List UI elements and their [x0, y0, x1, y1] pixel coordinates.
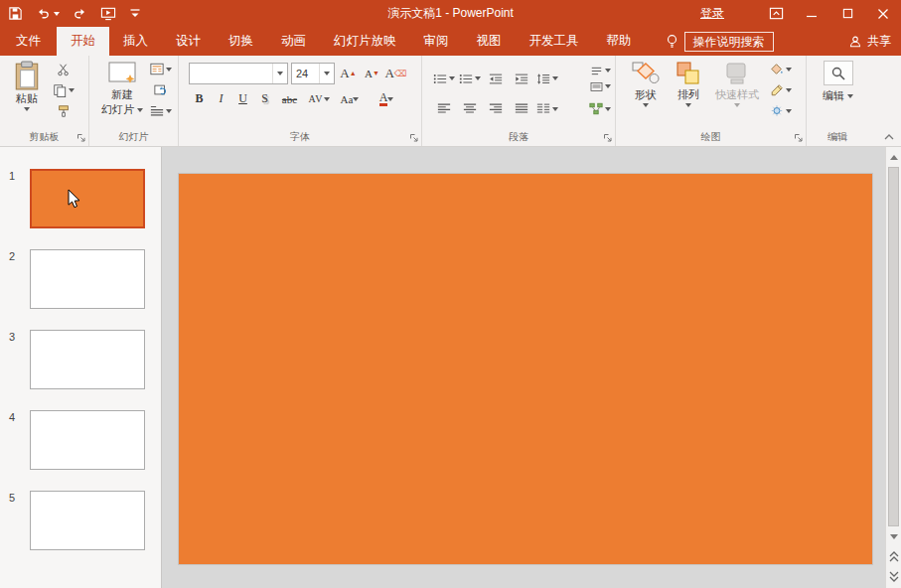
align-right-button[interactable]: [484, 98, 508, 119]
shape-effects-button[interactable]: [769, 100, 793, 121]
new-slide-icon: [107, 61, 137, 86]
next-slide-icon[interactable]: [886, 568, 901, 584]
font-name-combobox[interactable]: [189, 63, 288, 84]
align-left-button[interactable]: [432, 98, 456, 119]
justify-button[interactable]: [510, 98, 533, 119]
slide-5-thumbnail[interactable]: [30, 491, 145, 550]
numbering-button[interactable]: [458, 69, 482, 89]
character-spacing-button[interactable]: AV: [304, 88, 334, 109]
font-dialog-launcher[interactable]: [409, 133, 419, 143]
cut-button[interactable]: [52, 59, 75, 79]
previous-slide-icon[interactable]: [886, 548, 901, 564]
minimize-button[interactable]: [794, 0, 829, 27]
text-shadow-button[interactable]: S: [254, 88, 275, 109]
numbering-icon: [459, 73, 473, 85]
line-spacing-button[interactable]: [535, 69, 559, 89]
quick-styles-icon: [724, 61, 750, 86]
tab-design[interactable]: 设计: [162, 27, 215, 56]
tab-transitions[interactable]: 切换: [215, 27, 267, 56]
start-slideshow-button[interactable]: [100, 6, 116, 21]
new-slide-button[interactable]: 新建 幻灯片: [99, 59, 145, 130]
slide-thumbnail-4[interactable]: 4: [0, 410, 161, 474]
tab-review[interactable]: 审阅: [410, 27, 463, 56]
sign-in-link[interactable]: 登录: [700, 5, 724, 22]
layout-button[interactable]: [149, 59, 173, 79]
shrink-font-button[interactable]: A▼: [362, 64, 382, 84]
scroll-up-icon[interactable]: [886, 149, 901, 165]
maximize-button[interactable]: [829, 0, 865, 27]
scroll-down-icon[interactable]: [886, 528, 901, 544]
italic-button[interactable]: I: [211, 88, 231, 109]
font-size-dropdown-icon[interactable]: [319, 64, 334, 83]
bold-button[interactable]: B: [189, 88, 210, 109]
decrease-indent-button[interactable]: [484, 69, 508, 89]
paste-dropdown-icon: [24, 107, 30, 111]
bullets-button[interactable]: [432, 69, 456, 89]
slide-thumbnail-2[interactable]: 2: [0, 249, 161, 313]
align-text-button[interactable]: [588, 78, 612, 94]
tell-me-search[interactable]: 操作说明搜索: [666, 27, 774, 56]
tab-home[interactable]: 开始: [57, 27, 109, 56]
slide-thumbnail-3[interactable]: 3: [0, 330, 161, 393]
ribbon-display-options-button[interactable]: [758, 0, 794, 27]
align-center-icon: [463, 102, 477, 115]
format-painter-button[interactable]: [52, 100, 75, 121]
editing-button[interactable]: 编辑: [817, 59, 860, 130]
shape-effects-icon: [770, 104, 784, 117]
change-case-button[interactable]: Aa: [335, 88, 365, 109]
columns-button[interactable]: [535, 98, 559, 119]
font-color-button[interactable]: A: [372, 88, 401, 109]
strikethrough-button[interactable]: abc: [276, 88, 303, 109]
paste-button[interactable]: 粘贴: [8, 59, 46, 130]
slide-3-thumbnail[interactable]: [30, 330, 145, 389]
slide-thumbnail-1[interactable]: 1: [0, 169, 161, 232]
tab-insert[interactable]: 插入: [109, 27, 162, 56]
align-right-icon: [489, 102, 503, 115]
tab-animations[interactable]: 动画: [267, 27, 320, 56]
convert-to-smartart-button[interactable]: [588, 98, 612, 119]
slide-2-thumbnail[interactable]: [30, 249, 145, 309]
slide-4-thumbnail[interactable]: [30, 410, 145, 470]
underline-button[interactable]: U: [232, 88, 253, 109]
slide-1-thumbnail[interactable]: [30, 169, 145, 228]
slide-thumbnail-5[interactable]: 5: [0, 491, 161, 554]
clipboard-group-label: 剪贴板: [0, 130, 88, 144]
clipboard-dialog-launcher[interactable]: [76, 133, 86, 143]
align-center-button[interactable]: [458, 98, 482, 119]
arrange-button[interactable]: 排列: [670, 59, 707, 130]
vertical-scrollbar[interactable]: [885, 147, 901, 588]
increase-indent-button[interactable]: [510, 69, 533, 89]
quick-styles-button[interactable]: 快速样式: [711, 59, 763, 130]
current-slide[interactable]: [179, 174, 872, 564]
tab-developer[interactable]: 开发工具: [516, 27, 593, 56]
close-button[interactable]: [865, 0, 901, 27]
font-size-combobox[interactable]: 24: [291, 63, 335, 84]
collapse-ribbon-icon[interactable]: [883, 132, 895, 142]
shape-fill-button[interactable]: [769, 59, 793, 79]
redo-button[interactable]: [73, 6, 87, 21]
tab-file[interactable]: 文件: [0, 27, 57, 56]
copy-button[interactable]: [52, 79, 75, 100]
customize-qat-button[interactable]: [129, 7, 141, 20]
save-button[interactable]: [8, 6, 23, 21]
text-direction-button[interactable]: [588, 63, 612, 78]
ribbon-tab-bar: 文件 开始 插入 设计 切换 动画 幻灯片放映 审阅 视图 开发工具 帮助 操作…: [0, 27, 901, 56]
tab-slideshow[interactable]: 幻灯片放映: [320, 27, 410, 56]
grow-font-button[interactable]: A▲: [338, 64, 359, 84]
section-button[interactable]: [149, 100, 173, 121]
tell-me-input[interactable]: 操作说明搜索: [684, 32, 774, 52]
tab-help[interactable]: 帮助: [593, 27, 646, 56]
ribbon-display-icon: [769, 6, 784, 21]
paragraph-dialog-launcher[interactable]: [603, 133, 613, 143]
font-name-dropdown-icon[interactable]: [272, 64, 287, 83]
text-direction-icon: [590, 66, 603, 76]
scrollbar-thumb[interactable]: [888, 167, 899, 526]
clear-formatting-button[interactable]: A⌫: [385, 64, 406, 84]
reset-button[interactable]: [149, 79, 173, 100]
drawing-dialog-launcher[interactable]: [794, 133, 804, 143]
shape-outline-button[interactable]: [769, 79, 793, 100]
undo-button[interactable]: [36, 6, 60, 21]
tab-view[interactable]: 视图: [463, 27, 516, 56]
share-button[interactable]: 共享: [848, 27, 891, 56]
shapes-button[interactable]: 形状: [626, 59, 666, 130]
